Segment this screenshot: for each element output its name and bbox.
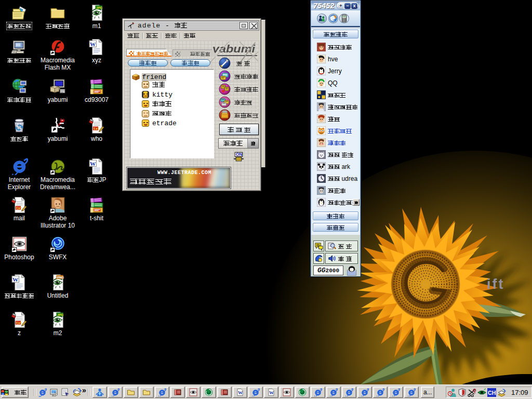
svg-text:CH: CH <box>488 389 496 395</box>
svg-text:ON: ON <box>236 152 243 157</box>
svg-text:ift: ift <box>487 276 504 292</box>
